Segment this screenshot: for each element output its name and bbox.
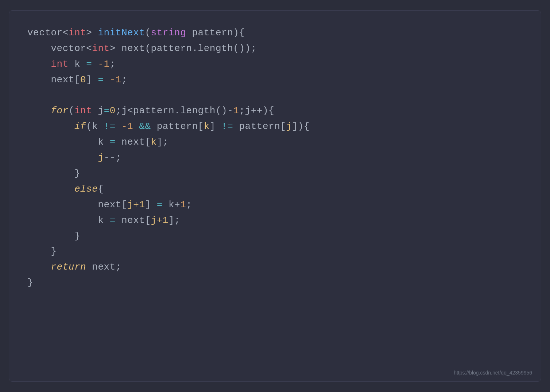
code-line-7: if(k != -1 && pattern[k] != pattern[j]){ [27,119,523,134]
code-line-11: else{ [27,181,523,197]
code-line-8: k = next[k]; [27,134,523,150]
code-line-6: for(int j=0;j<pattern.length()-1;j++){ [27,103,523,119]
code-block: vector<int> initNext(string pattern){ ve… [27,25,523,291]
code-line-4: next[0] = -1; [27,72,523,88]
code-container: vector<int> initNext(string pattern){ ve… [9,10,541,382]
code-line-2: vector<int> next(pattern.length()); [27,41,523,56]
code-line-15: } [27,244,523,259]
code-line-5 [27,88,523,103]
code-line-14: } [27,228,523,244]
code-line-16: return next; [27,259,523,275]
url-bar: https://blog.csdn.net/qq_42359956 [454,370,532,376]
code-line-9: j--; [27,150,523,166]
code-line-12: next[j+1] = k+1; [27,197,523,213]
code-line-3: int k = -1; [27,56,523,72]
code-line-1: vector<int> initNext(string pattern){ [27,25,523,41]
code-line-13: k = next[j+1]; [27,213,523,228]
code-line-10: } [27,166,523,181]
code-line-17: } [27,275,523,291]
